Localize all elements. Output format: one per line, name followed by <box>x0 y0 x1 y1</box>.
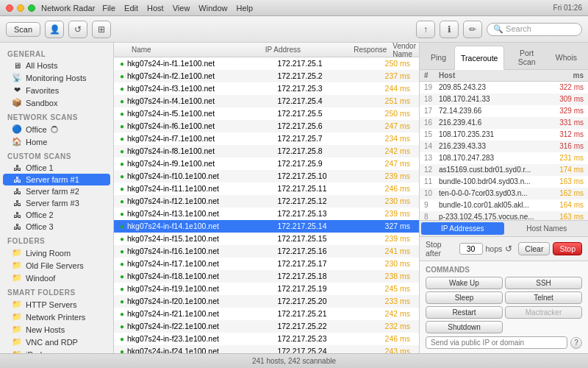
traceroute-row[interactable]: 16 216.239.41.6 331 ms <box>420 117 588 129</box>
host-row[interactable]: ● hkg07s24-in-f16.1e100.net 172.217.25.1… <box>114 245 419 258</box>
stop-button[interactable]: Stop <box>553 242 582 255</box>
clear-button[interactable]: Clear <box>518 242 550 255</box>
sidebar-item-favorites[interactable]: ❤ Favorites <box>3 84 110 96</box>
close-button[interactable] <box>6 4 13 12</box>
host-row[interactable]: ● hkg07s24-in-f1.1e100.net 172.217.25.1 … <box>114 57 419 70</box>
traceroute-row[interactable]: 19 209.85.243.23 322 ms <box>420 82 588 93</box>
traceroute-row[interactable]: 18 108.170.241.33 309 ms <box>420 93 588 105</box>
sandbox-label: Sandbox <box>26 99 57 107</box>
menu-host[interactable]: Host <box>147 4 164 13</box>
menu-window[interactable]: Window <box>198 4 227 13</box>
shutdown-button[interactable]: Shutdown <box>426 321 503 333</box>
user-icon-button[interactable]: 👤 <box>45 21 64 38</box>
host-row[interactable]: ● hkg07s24-in-f2.1e100.net 172.217.25.2 … <box>114 70 419 82</box>
restart-button[interactable]: Restart <box>426 306 503 319</box>
host-row[interactable]: ● hkg07s24-in-f4.1e100.net 172.217.25.4 … <box>114 95 419 107</box>
host-row[interactable]: ● hkg07s24-in-f9.1e100.net 172.217.25.9 … <box>114 158 419 170</box>
menu-edit[interactable]: Edit <box>124 4 138 13</box>
sidebar-item-vnc-rdp[interactable]: 📁 VNC and RDP <box>3 336 110 348</box>
sidebar-item-office1[interactable]: 🖧 Office 1 <box>3 162 110 174</box>
refresh-traceroute-icon[interactable]: ↺ <box>505 244 512 254</box>
send-input[interactable] <box>426 336 567 349</box>
traceroute-row[interactable]: 14 216.239.43.33 316 ms <box>420 141 588 152</box>
share-button[interactable]: ⊞ <box>92 21 111 38</box>
host-response: 239 ms <box>358 209 416 218</box>
help-button[interactable]: ? <box>570 337 582 349</box>
maximize-button[interactable] <box>28 4 35 12</box>
sidebar-item-old-file-servers[interactable]: 📁 Old File Servers <box>3 259 110 272</box>
refresh-button[interactable]: ↺ <box>68 21 87 38</box>
traceroute-row[interactable]: 10 ten-0-0-0-7cor03.syd03.n... 162 ms <box>420 188 588 199</box>
sidebar-item-network-printers[interactable]: 📁 Network Printers <box>3 311 110 323</box>
search-input[interactable] <box>487 23 582 36</box>
host-row[interactable]: ● hkg07s24-in-f7.1e100.net 172.217.25.7 … <box>114 132 419 145</box>
host-row[interactable]: ● hkg07s24-in-f17.1e100.net 172.217.25.1… <box>114 258 419 270</box>
host-name: hkg07s24-in-f2.1e100.net <box>127 71 277 80</box>
stop-after-input[interactable] <box>459 243 483 255</box>
menu-file[interactable]: File <box>102 4 115 13</box>
host-row[interactable]: ● hkg07s24-in-f21.1e100.net 172.217.25.2… <box>114 308 419 320</box>
telnet-button[interactable]: Telnet <box>505 291 582 304</box>
host-names-button[interactable]: Host Names <box>506 221 589 236</box>
upload-button[interactable]: ↑ <box>416 21 435 38</box>
sidebar-item-office[interactable]: 🔵 Office <box>3 123 110 135</box>
sidebar-item-ipads[interactable]: 📁 iPads <box>3 348 110 353</box>
sidebar-item-all-hosts[interactable]: 🖥 All Hosts <box>3 60 110 71</box>
traceroute-row[interactable]: 13 108.170.247.283 231 ms <box>420 152 588 164</box>
ssh-button[interactable]: SSH <box>505 277 582 289</box>
host-row[interactable]: ● hkg07s24-in-f18.1e100.net 172.217.25.1… <box>114 270 419 283</box>
tab-port-scan[interactable]: Port Scan <box>506 46 547 69</box>
sidebar-item-sandbox[interactable]: 📦 Sandbox <box>3 96 110 109</box>
host-row[interactable]: ● hkg07s24-in-f11.1e100.net 172.217.25.1… <box>114 183 419 195</box>
sidebar-item-server-farm-1[interactable]: 🖧 Server farm #1 <box>3 174 110 185</box>
host-ip: 172.217.25.1 <box>277 59 357 68</box>
tr-ms: 164 ms <box>551 201 584 209</box>
old-file-servers-label: Old File Servers <box>26 261 84 270</box>
info-button[interactable]: ℹ <box>440 21 459 38</box>
sidebar-item-http-servers[interactable]: 📁 HTTP Servers <box>3 298 110 311</box>
scan-button[interactable]: Scan <box>6 22 40 37</box>
traceroute-row[interactable]: 12 as15169.cust.bdr01.syd0.r... 174 ms <box>420 164 588 176</box>
sidebar-item-office2[interactable]: 🖧 Office 2 <box>3 209 110 221</box>
sidebar-item-server-farm-3[interactable]: 🖧 Server farm #3 <box>3 197 110 209</box>
host-row[interactable]: ● hkg07s24-in-f12.1e100.net 172.217.25.1… <box>114 195 419 208</box>
host-row[interactable]: ● hkg07s24-in-f5.1e100.net 172.217.25.5 … <box>114 107 419 120</box>
sidebar-item-new-hosts[interactable]: 📁 New Hosts <box>3 323 110 336</box>
mactracker-button[interactable]: Mactracker <box>505 306 582 319</box>
wake-up-button[interactable]: Wake Up <box>426 277 503 289</box>
sidebar-item-windoof[interactable]: 📁 Windoof <box>3 272 110 284</box>
host-row[interactable]: ● hkg07s24-in-f19.1e100.net 172.217.25.1… <box>114 283 419 295</box>
ip-addresses-button[interactable]: IP Addresses <box>421 222 504 235</box>
host-row[interactable]: ● hkg07s24-in-f6.1e100.net 172.217.25.6 … <box>114 120 419 132</box>
edit-button[interactable]: ✏ <box>463 21 482 38</box>
host-row[interactable]: ● hkg07s24-in-f23.1e100.net 172.217.25.2… <box>114 333 419 345</box>
sidebar-item-home[interactable]: 🏠 Home <box>3 135 110 148</box>
menu-view[interactable]: View <box>173 4 190 13</box>
minimize-button[interactable] <box>17 4 24 12</box>
tr-ip: 216.239.43.33 <box>439 142 551 150</box>
tab-whois[interactable]: Whois <box>549 46 584 69</box>
host-row[interactable]: ● hkg07s24-in-f20.1e100.net 172.217.25.2… <box>114 295 419 308</box>
traceroute-row[interactable]: 8 p-233.102.45.175.vocus.ne... 163 ms <box>420 211 588 220</box>
host-row[interactable]: ● hkg07s24-in-f10.1e100.net 172.217.25.1… <box>114 170 419 183</box>
traceroute-row[interactable]: 17 72.14.239.66 329 ms <box>420 105 588 117</box>
host-row[interactable]: ● hkg07s24-in-f22.1e100.net 172.217.25.2… <box>114 320 419 333</box>
host-row[interactable]: ● hkg07s24-in-f13.1e100.net 172.217.25.1… <box>114 208 419 220</box>
sidebar-item-server-farm-2[interactable]: 🖧 Server farm #2 <box>3 185 110 197</box>
sidebar-item-office3[interactable]: 🖧 Office 3 <box>3 221 110 233</box>
host-row[interactable]: ● hkg07s24-in-f14.1e100.net 172.217.25.1… <box>114 220 419 233</box>
host-row[interactable]: ● hkg07s24-in-f24.1e100.net 172.217.25.2… <box>114 345 419 353</box>
tab-ping[interactable]: Ping <box>424 46 453 69</box>
traceroute-row[interactable]: 15 108.170.235.231 312 ms <box>420 129 588 141</box>
menu-help[interactable]: Help <box>236 4 253 13</box>
sleep-button[interactable]: Sleep <box>426 291 503 304</box>
traceroute-row[interactable]: 9 bundle-10.cor01.akl05.akl... 164 ms <box>420 199 588 211</box>
sidebar-item-living-room[interactable]: 📁 Living Room <box>3 247 110 259</box>
sidebar-item-monitoring-hosts[interactable]: 📡 Monitoring Hosts <box>3 71 110 84</box>
host-row[interactable]: ● hkg07s24-in-f8.1e100.net 172.217.25.8 … <box>114 145 419 158</box>
traceroute-row[interactable]: 11 bundle-100.bdr04.syd03.n... 163 ms <box>420 176 588 188</box>
new-hosts-label: New Hosts <box>26 325 65 334</box>
host-row[interactable]: ● hkg07s24-in-f15.1e100.net 172.217.25.1… <box>114 233 419 245</box>
tab-traceroute[interactable]: Traceroute <box>454 46 504 70</box>
host-row[interactable]: ● hkg07s24-in-f3.1e100.net 172.217.25.3 … <box>114 82 419 95</box>
